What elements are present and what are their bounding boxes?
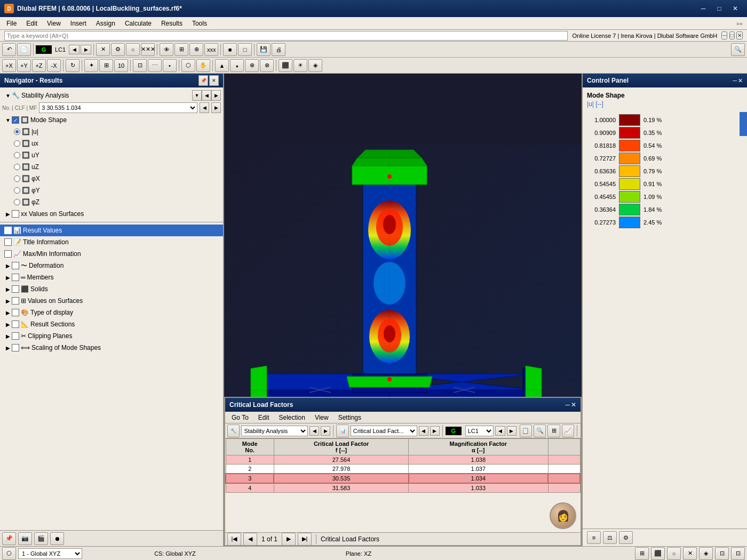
bp-next-btn[interactable]: ▶ [282,533,296,546]
component-uz-item[interactable]: 🔲 uZ [0,161,223,173]
tod-checkbox[interactable] [12,309,19,316]
tool-btn-4[interactable]: ✕✕✕ [141,43,155,56]
scale-btn[interactable]: ⊞ [99,59,113,72]
vos-checkbox[interactable] [12,210,19,218]
mode-checkbox[interactable]: ✓ [12,116,19,124]
type-of-display-item[interactable]: ▶ 🎨 Type of display [0,307,223,318]
bp-selection-menu[interactable]: Selection [275,413,309,422]
minimize-button[interactable]: ─ [696,3,711,14]
radio-phiz[interactable] [14,199,20,205]
bp-copy-btn[interactable]: 📋 [520,425,532,437]
bp-last-btn[interactable]: ▶| [298,533,312,546]
tool-btn-2[interactable]: ⚙ [111,43,125,56]
menu-edit[interactable]: Edit [22,19,42,28]
num-btn[interactable]: 10 [114,59,128,72]
save-btn[interactable]: 💾 [257,43,271,56]
scaling-of-mode-shapes-item[interactable]: ▶ ⟺ Scaling of Mode Shapes [0,342,223,354]
nav-pin-btn[interactable]: 📌 [2,532,16,545]
bp-lc-prev-btn[interactable]: ◀ [495,426,505,436]
clf-select[interactable]: 3 30.535 1.034 [39,102,197,113]
ti-checkbox[interactable] [4,238,12,246]
status-icon-1[interactable]: ⬡ [2,547,16,560]
values-on-surfaces-2-item[interactable]: ▶ ⊞ Values on Surfaces [0,295,223,307]
stability-settings-btn[interactable]: ▼ [192,90,202,101]
values-on-surfaces-item[interactable]: ▶ xx Values on Surfaces [0,208,223,220]
sms-checkbox[interactable] [12,344,19,351]
bp-prev-btn[interactable]: ◀ [243,533,257,546]
rs-checkbox[interactable] [12,321,19,328]
tool-btn-1[interactable]: ✕ [96,43,110,56]
cp-settings-btn[interactable]: ⚙ [619,531,633,544]
mode-btn-3[interactable]: ⊕ [245,59,259,72]
radio-phiy[interactable] [14,187,20,194]
radio-uz[interactable] [14,164,20,170]
component-phiy-item[interactable]: 🔲 φY [0,185,223,196]
bp-clf-next-btn[interactable]: ▶ [430,426,440,436]
bp-stability-select[interactable]: Stability Analysis [241,426,308,436]
view-btn-3[interactable]: ⊕ [189,43,203,56]
members-item[interactable]: ▶ ═ Members [0,271,223,283]
mode-shape-item[interactable]: ▼ ✓ 🔲 Mode Shape [0,114,223,126]
sb-btn-4[interactable]: ✕ [683,547,697,560]
bp-graph-btn[interactable]: 📈 [562,425,574,437]
lc-next-btn[interactable]: ▶ [81,45,91,54]
mode-btn-1[interactable]: ▲ [215,59,229,72]
rv-checkbox[interactable] [4,227,12,234]
mm-checkbox[interactable] [4,250,12,258]
bp-goto-menu[interactable]: Go To [227,413,253,422]
bp-lc-next-btn[interactable]: ▶ [507,426,516,436]
pt-btn[interactable]: • [163,59,177,72]
view-btn-1[interactable]: 👁 [160,43,173,56]
clipping-planes-item[interactable]: ▶ ✂ Clipping Planes [0,330,223,342]
menu-tools[interactable]: Tools [188,19,211,28]
sb-btn-2[interactable]: ⬛ [651,547,665,560]
bp-close-btn[interactable]: ✕ [571,401,576,409]
sb-btn-3[interactable]: ○ [667,547,681,560]
clf-next-btn[interactable]: ▶ [211,102,221,113]
light-btn[interactable]: ☀ [293,59,307,72]
axis-z-btn[interactable]: +Z [32,59,46,72]
radio-u-abs[interactable] [14,129,20,135]
search-input[interactable] [4,31,568,41]
bp-sa-next-btn[interactable]: ▶ [321,426,330,436]
bp-view-menu[interactable]: View [311,413,333,422]
axis-y-btn[interactable]: +Y [17,59,31,72]
nav-camera-btn[interactable]: 📷 [18,532,32,545]
display-btn[interactable]: ⬛ [279,59,292,72]
clf-prev-btn[interactable]: ◀ [200,102,209,113]
sb-btn-6[interactable]: ⊡ [715,547,729,560]
table-row[interactable]: 3 30.535 1.034 [226,474,580,483]
sb-btn-1[interactable]: ⊞ [635,547,649,560]
title-information-item[interactable]: 📝 Title Information [0,236,223,248]
table-row[interactable]: 4 31.583 1.033 [226,483,580,493]
table-row[interactable]: 1 27.564 1.038 [226,455,580,465]
mode-btn-4[interactable]: ⊗ [260,59,274,72]
tool-btn-3[interactable]: ○ [126,43,140,56]
print-btn[interactable]: 🖨 [272,43,285,56]
component-phix-item[interactable]: 🔲 φX [0,173,223,185]
component-ux-item[interactable]: 🔲 ux [0,138,223,149]
nav-pin-button[interactable]: 📌 [198,75,208,86]
mat-btn[interactable]: ◈ [308,59,322,72]
stability-analysis-item[interactable]: ▼ 🔧 Stability Analysis ▼ ◀ ▶ [0,90,223,101]
maximize-button[interactable]: □ [712,3,727,14]
bp-clf-prev-btn[interactable]: ◀ [419,426,428,436]
render-btn[interactable]: ■ [223,43,237,56]
nav-record-btn[interactable]: ⏺ [50,532,64,545]
sb-btn-5[interactable]: ◈ [699,547,713,560]
sb-btn-7[interactable]: ⊡ [731,547,745,560]
bp-sa-prev-btn[interactable]: ◀ [309,426,319,436]
axis-neg-x-btn[interactable]: -X [47,59,61,72]
bp-clf-select[interactable]: Critical Load Fact... [351,426,417,436]
cp-minimize-btn[interactable]: ─ [733,77,737,84]
mode-btn-2[interactable]: ⬧ [230,59,244,72]
nav-close-button[interactable]: ✕ [209,75,219,86]
axis-x-btn[interactable]: +X [2,59,16,72]
nav-film-btn[interactable]: 🎬 [34,532,48,545]
lc-prev-btn[interactable]: ◀ [69,45,80,54]
view-btn-2[interactable]: ⊞ [174,43,188,56]
solids-item[interactable]: ▶ ⬛ Solids [0,283,223,295]
stability-next-btn[interactable]: ▶ [211,90,221,101]
menu-results[interactable]: Results [157,19,187,28]
bp-minimize-btn[interactable]: ─ [565,401,570,409]
